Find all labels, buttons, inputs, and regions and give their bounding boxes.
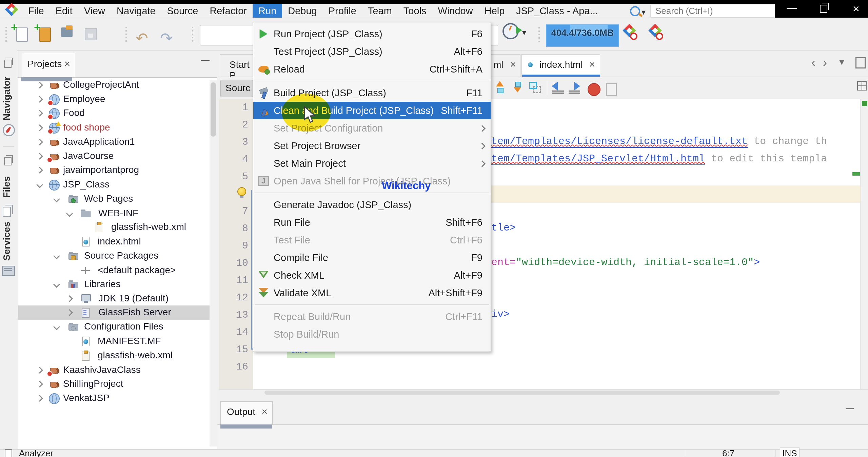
files-icon[interactable] bbox=[3, 207, 11, 217]
code-line-10[interactable]: ent="width=device-width, initial-scale=1… bbox=[491, 257, 760, 268]
dock-window-icon[interactable] bbox=[4, 157, 12, 165]
menuitem-repeat-build-run[interactable]: Repeat Build/RunCtrl+F11 bbox=[253, 308, 491, 325]
tree-item-index-html[interactable]: index.html bbox=[18, 235, 210, 249]
shift-line-right-icon[interactable] bbox=[569, 80, 584, 95]
tree-item-configuration-files[interactable]: Configuration Files bbox=[18, 320, 210, 334]
error-stripe[interactable] bbox=[861, 99, 868, 389]
menuitem-generate-javadoc[interactable]: Generate Javadoc (JSP_Class) bbox=[253, 196, 491, 214]
previous-bookmark-icon[interactable] bbox=[493, 80, 508, 95]
editor-hscrollbar[interactable] bbox=[219, 389, 868, 396]
tree-item-food[interactable]: Food bbox=[18, 106, 210, 120]
menuitem-open-java-shell[interactable]: JOpen Java Shell for Project (JSP_Class) bbox=[253, 172, 491, 190]
tab-scroll-right-icon[interactable]: › bbox=[823, 56, 827, 70]
tab-start-page[interactable]: Start P bbox=[220, 54, 253, 77]
split-document-icon[interactable] bbox=[857, 81, 867, 91]
projects-close-icon[interactable]: × bbox=[64, 58, 70, 69]
menuitem-validate-xml[interactable]: Validate XMLAlt+Shift+F9 bbox=[253, 284, 491, 302]
menu-team[interactable]: Team bbox=[362, 4, 398, 18]
tree-item-javaapplication1[interactable]: JavaApplication1 bbox=[18, 135, 210, 149]
profiler-stop-icon[interactable] bbox=[649, 24, 661, 38]
status-doc-icon[interactable] bbox=[5, 449, 12, 457]
toolbar-grip[interactable] bbox=[125, 27, 127, 43]
menuitem-compile-file[interactable]: Compile FileF9 bbox=[253, 249, 491, 266]
dock-window-icon[interactable] bbox=[4, 60, 12, 68]
toolbar-grip[interactable] bbox=[5, 27, 7, 43]
menu-navigate[interactable]: Navigate bbox=[111, 4, 161, 18]
code-line-4[interactable]: tem/Templates/JSP_Servlet/Html.html to e… bbox=[491, 153, 827, 164]
redo-icon[interactable]: ↷ bbox=[160, 30, 173, 46]
source-view-button[interactable]: Sourc bbox=[220, 80, 253, 97]
projects-hscroll-thumb[interactable] bbox=[21, 77, 72, 81]
save-all-button[interactable] bbox=[83, 25, 99, 43]
toolbar-grip[interactable] bbox=[538, 27, 540, 43]
tree-item-glassfish-web-xml-2[interactable]: glassfish-web.xml bbox=[18, 349, 210, 363]
tree-item-default-package[interactable]: <default package> bbox=[18, 263, 210, 278]
dock-files-tab[interactable]: Files bbox=[1, 176, 12, 198]
profile-dropdown-icon[interactable]: ▾ bbox=[522, 28, 526, 37]
projects-scrollbar[interactable] bbox=[210, 80, 217, 446]
tree-item-jdk19[interactable]: JDK 19 (Default) bbox=[18, 292, 210, 306]
tree-item-glassfish-server[interactable]: GlassFish Server bbox=[18, 305, 210, 320]
memory-indicator[interactable]: 404.4/736.0MB bbox=[546, 24, 619, 47]
tree-item-food-shope[interactable]: food shope bbox=[18, 121, 210, 135]
shift-line-left-icon[interactable] bbox=[551, 80, 566, 95]
menu-run[interactable]: Run bbox=[253, 4, 282, 18]
code-fold-guide[interactable] bbox=[251, 190, 252, 349]
output-close-icon[interactable]: × bbox=[261, 406, 268, 417]
tree-item-javacourse[interactable]: JavaCourse bbox=[18, 149, 210, 163]
tab-close-icon[interactable]: × bbox=[510, 59, 516, 70]
menu-source[interactable]: Source bbox=[161, 4, 204, 18]
menuitem-check-xml[interactable]: Check XMLAlt+F9 bbox=[253, 266, 491, 284]
output-content[interactable] bbox=[217, 424, 868, 450]
projects-minimize-icon[interactable] bbox=[201, 60, 210, 61]
tree-item-libraries[interactable]: Libraries bbox=[18, 277, 210, 292]
open-project-button[interactable] bbox=[60, 25, 76, 43]
menuitem-reload[interactable]: ReloadCtrl+Shift+A bbox=[253, 60, 491, 78]
tree-item-venkatjsp[interactable]: VenkatJSP bbox=[18, 391, 210, 405]
tab-output[interactable]: Output × bbox=[220, 401, 273, 424]
menuitem-run-file[interactable]: Run FileShift+F6 bbox=[253, 214, 491, 231]
search-icon[interactable] bbox=[630, 6, 640, 16]
menu-view[interactable]: View bbox=[78, 4, 111, 18]
last-edit-location-icon[interactable] bbox=[529, 80, 544, 95]
dock-navigator-tab[interactable]: Navigator bbox=[1, 77, 12, 120]
tree-item-javaimportantprog[interactable]: javaimportantprog bbox=[18, 163, 210, 177]
stop-macro-recording-icon[interactable] bbox=[606, 80, 621, 95]
menuitem-test-file[interactable]: Test FileCtrl+F6 bbox=[253, 231, 491, 249]
insert-mode-indicator[interactable]: INS bbox=[780, 448, 800, 457]
tree-item-web-inf[interactable]: WEB-INF bbox=[18, 206, 210, 221]
search-input[interactable] bbox=[651, 5, 771, 17]
tree-item-kaashivjavaclass[interactable]: KaashivJavaClass bbox=[18, 363, 210, 377]
maximize-window-icon[interactable] bbox=[855, 57, 866, 68]
minimize-button[interactable]: — bbox=[783, 2, 800, 14]
menu-debug[interactable]: Debug bbox=[282, 4, 322, 18]
profiler-snapshot-icon[interactable] bbox=[623, 24, 635, 38]
tab-list-dropdown-icon[interactable]: ▾ bbox=[839, 56, 844, 67]
tab-close-icon[interactable]: × bbox=[589, 59, 595, 70]
tree-item-manifest-mf[interactable]: MANIFEST.MF bbox=[18, 334, 210, 349]
close-button[interactable]: × bbox=[848, 2, 865, 15]
menu-profile[interactable]: Profile bbox=[323, 4, 362, 18]
menuitem-test-project[interactable]: Test Project (JSP_Class)Alt+F6 bbox=[253, 43, 491, 60]
navigator-compass-icon[interactable] bbox=[3, 124, 15, 136]
tab-scroll-left-icon[interactable]: ‹ bbox=[811, 56, 815, 70]
tree-item-jsp-class[interactable]: JSP_Class bbox=[18, 178, 210, 192]
start-macro-recording-icon[interactable] bbox=[588, 80, 603, 95]
code-line-8[interactable]: tle> bbox=[491, 222, 516, 234]
menu-help[interactable]: Help bbox=[479, 4, 511, 18]
menu-file[interactable]: File bbox=[22, 4, 50, 18]
restore-button[interactable] bbox=[820, 5, 827, 13]
search-dropdown-icon[interactable]: ▾ bbox=[642, 7, 646, 17]
menu-tools[interactable]: Tools bbox=[398, 4, 432, 18]
tree-item-glassfish-web-xml[interactable]: glassfish-web.xml bbox=[18, 220, 210, 234]
new-project-button[interactable] bbox=[37, 25, 52, 43]
output-hscroll-thumb[interactable] bbox=[220, 424, 272, 429]
tab-glassfish-web-xml[interactable]: ml× bbox=[491, 54, 520, 77]
dock-services-tab[interactable]: Services bbox=[1, 222, 12, 261]
tree-item-source-packages[interactable]: Source Packages bbox=[18, 249, 210, 263]
menuitem-stop-build-run[interactable]: Stop Build/Run bbox=[253, 325, 491, 343]
tab-projects[interactable]: Projects × bbox=[22, 53, 75, 77]
tree-item-employee[interactable]: Employee bbox=[18, 92, 210, 106]
next-bookmark-icon[interactable] bbox=[511, 80, 526, 95]
tab-index-html[interactable]: index.html × bbox=[521, 54, 600, 77]
